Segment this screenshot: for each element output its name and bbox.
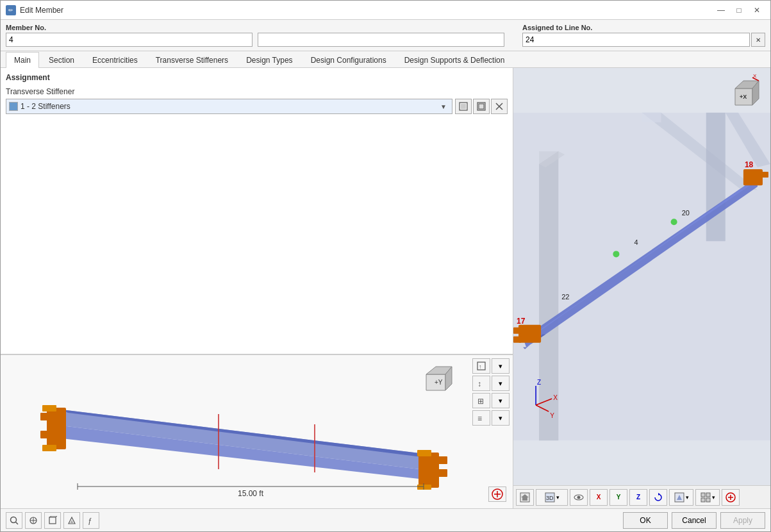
svg-text:4: 4 — [634, 238, 638, 246]
clear-line-no-button[interactable]: ✕ — [751, 33, 765, 47]
svg-text:X: X — [553, 394, 558, 401]
svg-line-93 — [16, 522, 19, 524]
stiffener-dropdown-icon[interactable]: ▼ — [438, 100, 449, 113]
tab-design-supports[interactable]: Design Supports & Deflection — [396, 52, 513, 68]
main-content: Assignment Transverse Stiffener 1 - 2 St… — [1, 68, 770, 508]
stiffener-row: 1 - 2 Stiffeners ▼ — [6, 99, 508, 114]
svg-text:≡: ≡ — [477, 414, 482, 422]
home-view-button[interactable] — [516, 489, 534, 506]
z-axis-button[interactable]: Z — [629, 489, 647, 506]
tabs-bar: Main Section Eccentricities Transverse S… — [1, 51, 770, 68]
tab-transverse-stiffeners[interactable]: Transverse Stiffeners — [147, 52, 236, 68]
svg-rect-56 — [761, 172, 768, 178]
svg-text:Z: Z — [537, 379, 541, 386]
bottom-view-btn-drop-3[interactable]: ▾ — [492, 393, 510, 408]
svg-rect-17 — [40, 431, 50, 438]
view-toolbar-bottom: 3D ▾ X Y Z ▾ ▾ — [513, 485, 770, 508]
y-axis-button[interactable]: Y — [609, 489, 627, 506]
svg-text:↕: ↕ — [477, 379, 481, 388]
tab-section[interactable]: Section — [40, 52, 83, 68]
footer-left-tools: ƒ — [6, 512, 99, 529]
svg-text:+Y: +Y — [435, 379, 443, 386]
maximize-button[interactable]: □ — [731, 3, 747, 17]
member-no-label: Member No. — [6, 24, 253, 31]
svg-rect-21 — [438, 456, 447, 464]
svg-rect-55 — [743, 169, 763, 185]
view3d-small-button[interactable] — [44, 512, 61, 529]
desc-label — [258, 24, 504, 31]
main-window: ✏ Edit Member — □ ✕ Member No. Assigned … — [0, 0, 771, 532]
title-bar: ✏ Edit Member — □ ✕ — [1, 1, 770, 20]
member-no-group: Member No. — [6, 24, 253, 47]
assignment-section: Assignment Transverse Stiffener 1 - 2 St… — [1, 68, 513, 354]
apply-button[interactable]: Apply — [720, 512, 765, 529]
cancel-button[interactable]: Cancel — [672, 512, 717, 529]
svg-rect-85 — [701, 493, 705, 497]
svg-text:18: 18 — [745, 160, 754, 169]
bottom-view-btn-drop-2[interactable]: ▾ — [492, 376, 510, 391]
tab-design-configurations[interactable]: Design Configurations — [303, 52, 395, 68]
bottom-toolbar-row-2: ↕ ▾ — [472, 376, 510, 391]
function-button[interactable]: ƒ — [83, 512, 99, 529]
svg-rect-86 — [706, 493, 710, 497]
delete-stiffener-button[interactable] — [491, 99, 508, 114]
svg-text:Y: Y — [550, 412, 554, 419]
bottom-view-btn-3[interactable]: ⊞ — [472, 393, 490, 408]
render-mode-btn[interactable]: ▾ — [669, 489, 693, 506]
tab-design-types[interactable]: Design Types — [238, 52, 301, 68]
svg-text:+X: +X — [740, 94, 747, 100]
bottom-view-toolbar: ↑ ▾ ↕ ▾ ⊞ ▾ — [472, 358, 510, 426]
member-no-input[interactable] — [6, 33, 253, 47]
rotate-z-button[interactable] — [649, 489, 667, 506]
3d-view: 17 18 20 22 4 Z X Y — [513, 68, 770, 485]
bottom-view-btn-4[interactable]: ≡ — [472, 410, 490, 426]
app-icon: ✏ — [6, 5, 16, 15]
close-button[interactable]: ✕ — [749, 3, 765, 17]
add-stiffener-button[interactable] — [455, 99, 472, 114]
coordinate-button[interactable] — [25, 512, 42, 529]
title-bar-left: ✏ Edit Member — [6, 5, 63, 15]
stiffener-select-text: 1 - 2 Stiffeners — [21, 102, 438, 111]
minimize-button[interactable]: — — [713, 3, 729, 17]
search-button[interactable] — [6, 512, 22, 529]
stiffener-color-box — [9, 102, 18, 111]
x-axis-button[interactable]: X — [590, 489, 608, 506]
edit-stiffener-button[interactable] — [473, 99, 490, 114]
stiffener-select[interactable]: 1 - 2 Stiffeners ▼ — [6, 99, 452, 114]
svg-rect-18 — [42, 405, 56, 411]
svg-rect-97 — [49, 517, 56, 524]
svg-text:22: 22 — [561, 293, 569, 301]
settings-3d-button[interactable] — [722, 489, 740, 506]
bottom-settings-button[interactable] — [488, 486, 506, 502]
bottom-view-btn-1[interactable]: ↑ — [472, 358, 490, 374]
svg-text:ƒ: ƒ — [88, 517, 92, 525]
svg-rect-87 — [701, 498, 705, 502]
ok-button[interactable]: OK — [623, 512, 668, 529]
svg-rect-1 — [461, 104, 466, 109]
footer: ƒ OK Cancel Apply — [1, 508, 770, 531]
bottom-view-btn-2[interactable]: ↕ — [472, 376, 490, 391]
tab-main[interactable]: Main — [6, 52, 39, 68]
right-panel: 17 18 20 22 4 Z X Y — [513, 68, 770, 508]
bottom-cube-navigator[interactable]: +Y — [417, 362, 455, 400]
header-area: Member No. Assigned to Line No. ✕ — [1, 20, 770, 51]
desc-group — [258, 24, 504, 47]
bottom-toolbar-row-4: ≡ ▾ — [472, 410, 510, 426]
svg-text:15.00 ft: 15.00 ft — [238, 489, 264, 498]
view-mode-btn-1[interactable]: 3D ▾ — [536, 489, 568, 506]
svg-text:↑: ↑ — [479, 363, 482, 370]
view-eye-button[interactable] — [570, 489, 588, 506]
svg-rect-22 — [438, 469, 447, 477]
cube-navigator[interactable]: +X X — [725, 74, 764, 113]
render-small-button[interactable] — [63, 512, 80, 529]
tab-eccentricities[interactable]: Eccentricities — [84, 52, 146, 68]
line-no-input[interactable] — [522, 33, 750, 47]
bottom-view-btn-drop-1[interactable]: ▾ — [492, 358, 510, 374]
svg-marker-45 — [642, 113, 661, 122]
assignment-title: Assignment — [6, 73, 508, 82]
display-mode-btn[interactable]: ▾ — [695, 489, 720, 506]
bottom-view-btn-drop-4[interactable]: ▾ — [492, 410, 510, 426]
svg-rect-24 — [417, 485, 431, 490]
bottom-beam-view: 15.00 ft +Y — [1, 354, 513, 508]
desc-input[interactable] — [258, 33, 504, 47]
